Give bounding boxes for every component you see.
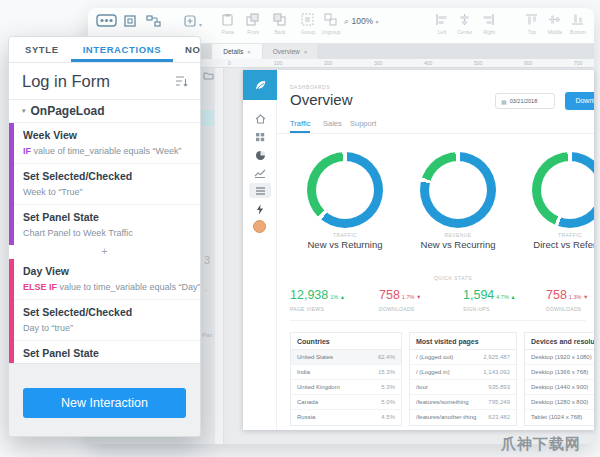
tab-details-close-icon[interactable]: × (247, 49, 251, 55)
align-center-icon[interactable] (458, 13, 471, 26)
dash-tab-support[interactable]: Support (350, 119, 376, 128)
donut-caption: New vs Returning (285, 239, 405, 250)
table-row[interactable]: /features/something795,249 (410, 395, 516, 410)
table-header: Devices and resolutions (525, 333, 594, 350)
tab-details-label: Details (223, 48, 243, 55)
ungroup-label: Ungroup (316, 29, 346, 35)
tab-details[interactable]: Details× (212, 44, 262, 59)
case-group-week: Week View IF value of time_variable equa… (9, 123, 200, 245)
align-bottom-icon[interactable] (571, 13, 584, 26)
home-icon[interactable] (252, 112, 268, 126)
action-title: Set Panel State (23, 347, 192, 359)
event-label: OnPageLoad (31, 104, 105, 118)
ruler-number: 100 (274, 60, 282, 66)
table-row[interactable]: United Kingdom5.3% (291, 380, 401, 395)
table-row[interactable]: /features/another-thing623,482 (410, 410, 516, 425)
table-row[interactable]: Desktop (1280 x 800) (525, 395, 594, 410)
case-row[interactable]: Day View ELSE IF value to time_variable … (14, 259, 200, 300)
zoom-control[interactable]: ⌕ 100% ▾ (344, 16, 379, 27)
table-header: Most visited pages (410, 333, 516, 350)
align-middle-icon[interactable] (548, 13, 561, 26)
stat-value: 12,938 (290, 288, 328, 302)
new-interaction-button[interactable]: New Interaction (23, 388, 186, 418)
table-row[interactable]: Canada5.0% (291, 395, 401, 410)
table-row[interactable]: United States62.4% (291, 350, 401, 365)
table-row[interactable]: /tour935,893 (410, 380, 516, 395)
vertical-ruler (215, 68, 224, 444)
action-row[interactable]: Set Panel State Chart Panel to Week Traf… (14, 205, 200, 245)
table-row[interactable]: India15.3% (291, 365, 401, 380)
table-row[interactable]: Desktop (1920 x 1080) (525, 350, 594, 365)
tab-interactions[interactable]: INTERACTIONS (71, 37, 173, 62)
user-avatar[interactable] (253, 220, 266, 233)
table-row[interactable]: Desktop (1366 x 768) (525, 365, 594, 380)
dashboard-logo[interactable] (243, 70, 277, 100)
front-icon[interactable] (246, 13, 259, 26)
table-row[interactable]: Tablet (1024 x 768) (525, 410, 594, 425)
stat-value: 758 (546, 288, 567, 302)
align-right-icon[interactable] (482, 13, 495, 26)
table-row[interactable]: / (Logged in)1,143,092 (410, 365, 516, 380)
widgets-icon[interactable] (252, 130, 268, 144)
tab-overview[interactable]: Overview× (263, 44, 317, 59)
stat-label: DOWNLOADS (546, 306, 588, 312)
donut-caption: New vs Recurring (398, 239, 518, 250)
list-icon[interactable] (249, 183, 271, 198)
artboard-icon[interactable] (124, 15, 136, 27)
selected-widget-title: Log in Form (22, 72, 110, 91)
case-condition: value to time_variable equals “Day” (57, 282, 201, 292)
date-field[interactable]: ▦ 03/21/2018 (495, 93, 555, 109)
canvas-fragment-text: 3 (204, 254, 210, 266)
align-left-icon[interactable] (435, 13, 448, 26)
tab-style[interactable]: SYTLE (9, 37, 71, 62)
canvas-fragment-text: Pan (202, 332, 213, 338)
table-row[interactable]: Russia4.5% (291, 410, 401, 425)
front-label: Front (238, 29, 268, 35)
donut-chart-new-vs-recurring[interactable] (420, 152, 496, 228)
tab-overview-close-icon[interactable]: × (304, 49, 308, 55)
collapse-caret-icon[interactable]: ▾ (22, 107, 26, 115)
action-row[interactable]: Set Selected/Checked Week to “True” (14, 164, 200, 205)
connector-icon[interactable] (146, 15, 162, 27)
bolt-icon[interactable] (252, 202, 268, 216)
dash-tab-sales[interactable]: Sales (323, 119, 342, 128)
ruler-number: 600 (524, 60, 532, 66)
organize-actions-icon[interactable] (175, 75, 188, 87)
stat-label: PAGE VIEWS (290, 306, 345, 312)
action-row[interactable]: Set Selected/Checked Day to “true” (14, 300, 200, 341)
case-row[interactable]: Week View IF value of time_variable equa… (14, 123, 200, 164)
back-icon[interactable] (273, 13, 286, 26)
calendar-icon: ▦ (501, 98, 507, 105)
ruler-number: 300 (374, 60, 382, 66)
elseif-keyword: ELSE IF (23, 282, 57, 292)
donut-caption: Direct vs Referral (510, 239, 594, 250)
line-chart-icon[interactable] (252, 166, 268, 180)
stat-label: DOWNLOADS (379, 306, 421, 312)
table-row[interactable]: / (Logged out)2,925,487 (410, 350, 516, 365)
donut-chart-new-vs-returning[interactable] (307, 152, 383, 228)
donut-eyebrow: TRAFFIC (532, 232, 594, 238)
group-icon[interactable] (301, 13, 314, 26)
interactions-panel: SYTLE INTERACTIONS NOTES Log in Form ▾ O… (8, 36, 201, 437)
tab-notes[interactable]: NOTES (173, 37, 201, 62)
paste-icon[interactable] (221, 13, 234, 26)
panel-footer: New Interaction (9, 363, 200, 436)
donut-chart-direct-vs-referral[interactable] (532, 152, 594, 228)
table-row[interactable]: Desktop (1440 x 900) (525, 380, 594, 395)
ungroup-icon[interactable] (324, 13, 337, 26)
artboard-overview-dashboard[interactable]: DASHBOARDS Overview Traffic Sales Suppor… (243, 70, 594, 430)
align-right-label: Right (474, 29, 504, 35)
down-arrow-icon: ▼ (416, 294, 421, 300)
dash-tab-traffic[interactable]: Traffic (290, 119, 310, 128)
insert-caret-icon[interactable]: ▾ (199, 21, 202, 28)
add-action-plus[interactable]: + (9, 245, 200, 259)
action-detail: Chart Panel to Week Traffic (23, 228, 192, 238)
folder-icon[interactable] (203, 71, 214, 80)
event-onpageload[interactable]: ▾ OnPageLoad (9, 100, 200, 123)
panel-tabs: SYTLE INTERACTIONS NOTES (9, 37, 200, 63)
insert-plus-icon[interactable] (184, 15, 196, 27)
align-top-icon[interactable] (525, 13, 538, 26)
pie-chart-icon[interactable] (252, 148, 268, 162)
download-button[interactable]: Download (565, 92, 594, 110)
flow-icon[interactable] (96, 14, 117, 27)
